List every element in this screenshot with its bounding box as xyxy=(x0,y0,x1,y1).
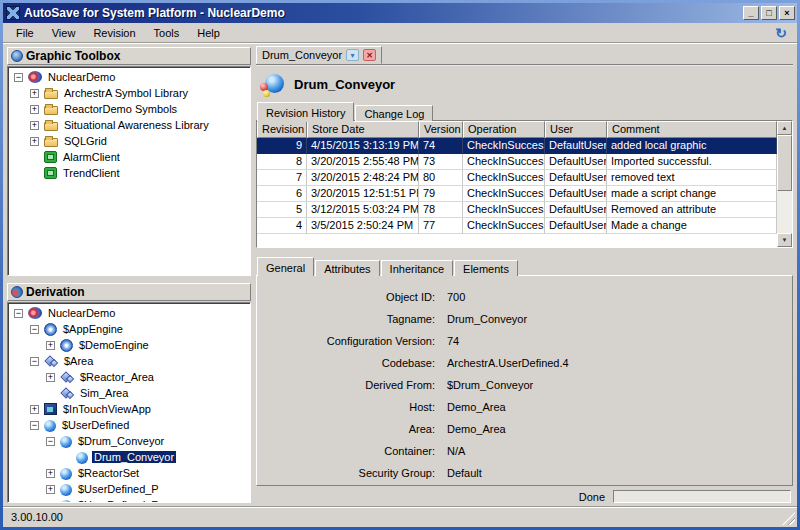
scrollbar-track[interactable] xyxy=(777,191,792,233)
cell-operation: CheckInSuccess xyxy=(463,218,545,234)
close-button[interactable]: × xyxy=(779,6,795,20)
tree-item-reactordemo-symbols[interactable]: +ReactorDemo Symbols xyxy=(9,101,250,117)
scroll-up-icon[interactable]: ▲ xyxy=(777,121,792,135)
tree-item-reactor-area[interactable]: +$Reactor_Area xyxy=(9,369,250,385)
tab-inheritance[interactable]: Inheritance xyxy=(381,260,453,276)
refresh-icon[interactable]: ↻ xyxy=(775,25,793,41)
table-scrollbar[interactable]: ▲ ▼ xyxy=(777,121,792,247)
tab-revision-history[interactable]: Revision History xyxy=(257,102,354,121)
tree-item-label: AlarmClient xyxy=(61,151,122,163)
table-row[interactable]: 53/12/2015 5:03:24 PM78CheckInSuccessDef… xyxy=(257,202,777,218)
column-header-version[interactable]: Version xyxy=(419,121,463,138)
tree-item-label: $UserDefined_R xyxy=(76,499,161,503)
expand-toggle-icon[interactable]: − xyxy=(30,357,39,366)
tab-attributes[interactable]: Attributes xyxy=(315,260,379,276)
tree-item-demoengine[interactable]: +$DemoEngine xyxy=(9,337,250,353)
field-row-host: Host:Demo_Area xyxy=(287,396,782,418)
table-row[interactable]: 83/20/2015 2:55:48 PM73CheckInSuccessDef… xyxy=(257,154,777,170)
tree-item-label: $Drum_Conveyor xyxy=(76,435,166,447)
column-header-comment[interactable]: Comment xyxy=(607,121,777,138)
tree-item-userdefined[interactable]: −$UserDefined xyxy=(9,417,250,433)
expand-toggle-icon[interactable]: − xyxy=(30,325,39,334)
expand-toggle-icon[interactable]: − xyxy=(14,73,23,82)
minimize-button[interactable]: _ xyxy=(743,6,759,20)
expand-toggle-icon[interactable]: − xyxy=(46,437,55,446)
expand-toggle-icon[interactable]: + xyxy=(30,121,39,130)
tab-general[interactable]: General xyxy=(257,257,314,276)
title-bar[interactable]: AutoSave for System Platform - NuclearDe… xyxy=(3,3,797,23)
column-header-operation[interactable]: Operation xyxy=(463,121,545,138)
table-row[interactable]: 94/15/2015 3:13:19 PM74CheckInSuccessDef… xyxy=(257,138,777,154)
tree-item-area[interactable]: −$Area xyxy=(9,353,250,369)
progress-bar xyxy=(613,490,791,503)
menu-item-view[interactable]: View xyxy=(43,24,85,42)
table-body: 94/15/2015 3:13:19 PM74CheckInSuccessDef… xyxy=(257,138,777,234)
tree-item-drum-conveyor[interactable]: −$Drum_Conveyor xyxy=(9,433,250,449)
tree-item-sqlgrid[interactable]: +SQLGrid xyxy=(9,133,250,149)
expand-toggle-icon[interactable]: + xyxy=(46,341,55,350)
field-value: 700 xyxy=(447,291,465,303)
tree-item-nucleardemo[interactable]: −NuclearDemo xyxy=(9,69,250,85)
tree-item-archestra-symbol-library[interactable]: +ArchestrA Symbol Library xyxy=(9,85,250,101)
tree-item-label: ArchestrA Symbol Library xyxy=(62,87,190,99)
done-row: Done xyxy=(256,486,793,504)
tree-item-intouchviewapp[interactable]: +$InTouchViewApp xyxy=(9,401,250,417)
folder-icon xyxy=(44,122,58,131)
expand-toggle-icon[interactable]: + xyxy=(46,469,55,478)
tree-item-alarmclient[interactable]: AlarmClient xyxy=(9,149,250,165)
tree-item-label: $DemoEngine xyxy=(77,339,151,351)
done-label: Done xyxy=(579,491,605,503)
sphere-icon xyxy=(60,468,72,480)
tree-item-userdefined-p[interactable]: +$UserDefined_P xyxy=(9,481,250,497)
tree-item-label: $UserDefined xyxy=(60,419,131,431)
expand-toggle-icon[interactable]: + xyxy=(46,485,55,494)
tree-item-label: ReactorDemo Symbols xyxy=(62,103,179,115)
tree-item-appengine[interactable]: −$AppEngine xyxy=(9,321,250,337)
sphere-icon xyxy=(60,500,72,504)
maximize-button[interactable]: □ xyxy=(761,6,777,20)
tree-item-sim-area[interactable]: Sim_Area xyxy=(9,385,250,401)
document-tab[interactable]: Drum_Conveyor ▾ ✕ xyxy=(256,46,382,64)
cell-version: 79 xyxy=(419,186,463,202)
cell-version: 73 xyxy=(419,154,463,170)
area-icon xyxy=(60,371,74,384)
tab-elements[interactable]: Elements xyxy=(454,260,518,276)
menu-item-file[interactable]: File xyxy=(7,24,43,42)
expand-toggle-icon[interactable]: − xyxy=(30,421,39,430)
area-icon xyxy=(44,355,58,368)
scrollbar-thumb[interactable] xyxy=(777,135,792,191)
tree-item-userdefined-r[interactable]: $UserDefined_R xyxy=(9,497,250,503)
cell-operation: CheckInSuccess xyxy=(463,202,545,218)
scroll-down-icon[interactable]: ▼ xyxy=(777,233,792,247)
tree-item-nucleardemo[interactable]: −NuclearDemo xyxy=(9,305,250,321)
expand-toggle-icon[interactable]: + xyxy=(30,105,39,114)
tab-close-icon[interactable]: ✕ xyxy=(363,49,376,61)
column-header-user[interactable]: User xyxy=(545,121,607,138)
field-label: Derived From: xyxy=(287,379,435,391)
table-row[interactable]: 63/20/2015 12:51:51 PM79CheckInSuccessDe… xyxy=(257,186,777,202)
cell-store_date: 3/20/2015 12:51:51 PM xyxy=(307,186,419,202)
cell-store_date: 4/15/2015 3:13:19 PM xyxy=(307,138,419,154)
tree-item-label: $Area xyxy=(62,355,95,367)
table-row[interactable]: 43/5/2015 2:50:24 PM77CheckInSuccessDefa… xyxy=(257,218,777,234)
menu-item-help[interactable]: Help xyxy=(188,24,229,42)
resize-grip[interactable] xyxy=(782,512,795,525)
sphere-icon xyxy=(60,484,72,496)
tree-item-trendclient[interactable]: TrendClient xyxy=(9,165,250,181)
column-header-store-date[interactable]: Store Date xyxy=(307,121,419,138)
expand-toggle-icon[interactable]: + xyxy=(30,137,39,146)
field-label: Configuration Version: xyxy=(287,335,435,347)
column-header-revision[interactable]: Revision xyxy=(257,121,307,138)
expand-toggle-icon[interactable]: + xyxy=(30,405,39,414)
tree-item-drum-conveyor[interactable]: Drum_Conveyor xyxy=(9,449,250,465)
tree-item-reactorset[interactable]: +$ReactorSet xyxy=(9,465,250,481)
expand-toggle-icon[interactable]: + xyxy=(30,89,39,98)
menu-item-revision[interactable]: Revision xyxy=(84,24,144,42)
expand-toggle-icon[interactable]: − xyxy=(14,309,23,318)
expand-toggle-icon[interactable]: + xyxy=(46,373,55,382)
table-row[interactable]: 73/20/2015 2:48:24 PM80CheckInSuccessDef… xyxy=(257,170,777,186)
tree-item-situational-awareness-library[interactable]: +Situational Awareness Library xyxy=(9,117,250,133)
tab-change-log[interactable]: Change Log xyxy=(355,105,433,121)
menu-item-tools[interactable]: Tools xyxy=(145,24,189,42)
tab-restore-icon[interactable]: ▾ xyxy=(346,49,359,61)
